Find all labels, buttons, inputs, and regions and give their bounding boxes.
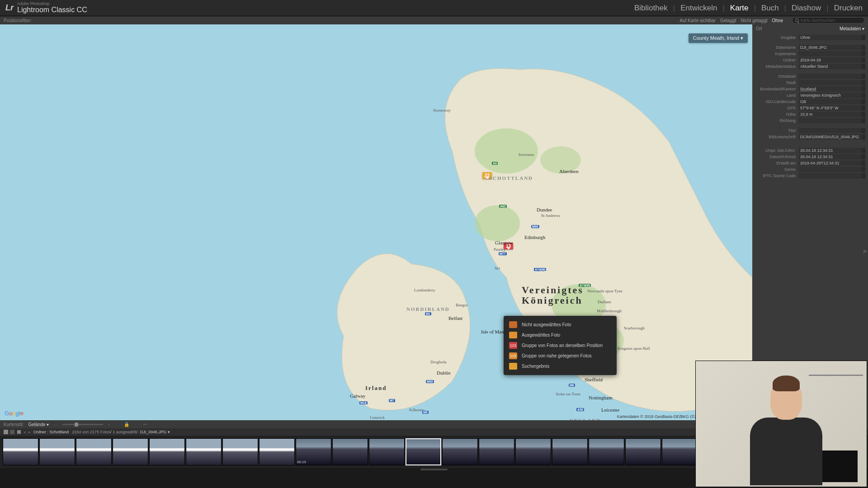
map-city: Scarborough bbox=[624, 326, 645, 330]
meta-label: Genre bbox=[755, 167, 798, 172]
legend-label: Nicht ausgewähltes Foto bbox=[522, 322, 571, 327]
meta-label: Bildunterschrift bbox=[755, 135, 798, 139]
thumbnail[interactable] bbox=[442, 438, 478, 465]
meta-state-field[interactable]: Scotland bbox=[798, 86, 865, 92]
filter-tagged[interactable]: Getaggt bbox=[720, 18, 736, 23]
map-legend-popup: Nicht ausgewähltes Foto Ausgewähltes Fot… bbox=[504, 316, 617, 375]
thumbnail[interactable] bbox=[332, 438, 368, 465]
map-city: Ayr bbox=[494, 266, 500, 270]
meta-created-field[interactable]: 2018-04-28T12:34:31 bbox=[798, 160, 865, 166]
meta-city-field[interactable] bbox=[798, 80, 865, 85]
meta-preset-field[interactable]: Ohne bbox=[798, 35, 865, 40]
meta-iso-field[interactable]: GB bbox=[798, 99, 865, 104]
panel-tab-metadata[interactable]: Metadaten ▾ bbox=[840, 26, 864, 31]
thumbnail[interactable] bbox=[369, 438, 405, 465]
meta-status-field[interactable]: Aktueller Stand bbox=[798, 64, 865, 69]
filter-visible-on-map[interactable]: Auf Karte sichtbar bbox=[680, 18, 716, 23]
map-city: Sheffield bbox=[585, 377, 603, 382]
meta-caption-field[interactable]: DCIM/100MEDIA/DJI_0046.JPG bbox=[798, 134, 865, 140]
app-superscript: Adobe Photoshop bbox=[17, 2, 87, 6]
thumbnail[interactable] bbox=[552, 438, 588, 465]
map-region-label: ENGLAND bbox=[570, 418, 601, 420]
map-search-input[interactable]: Karte durchsuchen bbox=[792, 17, 864, 23]
meta-label: Höhe bbox=[755, 112, 798, 117]
meta-label: IPTC Scene Code bbox=[755, 174, 798, 178]
meta-label: Titel bbox=[755, 128, 798, 133]
module-develop[interactable]: Entwickeln bbox=[680, 4, 717, 13]
thumbnail[interactable] bbox=[662, 438, 698, 465]
meta-title-field[interactable] bbox=[798, 128, 865, 133]
secondary-monitor-icon[interactable] bbox=[10, 430, 14, 434]
filter-untagged[interactable]: Nicht getaggt bbox=[741, 18, 768, 23]
legend-label: Gruppe von nahe gelegenen Fotos bbox=[522, 353, 592, 358]
map-city: St Andrews bbox=[541, 213, 560, 218]
tracklog-icon[interactable]: 〰 bbox=[143, 422, 147, 427]
thumbnail[interactable] bbox=[259, 438, 295, 465]
map-city: Limerick bbox=[370, 415, 385, 420]
thumbnail[interactable] bbox=[479, 438, 514, 465]
meta-sublocation-field[interactable] bbox=[798, 74, 865, 79]
tracklog-lock-icon[interactable]: 🔒 bbox=[124, 422, 129, 427]
map-city: Dundee bbox=[537, 207, 552, 212]
meta-genre-field[interactable] bbox=[798, 167, 865, 172]
meta-country-field[interactable]: Vereinigtes Königreich bbox=[798, 93, 865, 98]
thumbnail[interactable] bbox=[186, 438, 222, 465]
thumbnail[interactable] bbox=[113, 438, 148, 465]
thumbnail-video[interactable]: 00:19 bbox=[296, 438, 331, 465]
meta-filename-field[interactable]: DJI_0046.JPG bbox=[798, 45, 865, 50]
meta-label: Vorgabe bbox=[755, 35, 798, 40]
meta-folder-field[interactable]: 2018-04-28 bbox=[798, 57, 865, 63]
meta-direction-field[interactable] bbox=[798, 118, 865, 123]
meta-altitude-field[interactable]: 15,9 m bbox=[798, 112, 865, 117]
thumbnail[interactable] bbox=[149, 438, 185, 465]
map-city: Belfast bbox=[448, 315, 462, 321]
module-print[interactable]: Drucken bbox=[834, 4, 863, 13]
right-panel-collapse-arrow[interactable]: ▸ bbox=[863, 244, 868, 258]
grid-view-icon[interactable] bbox=[17, 430, 21, 434]
module-book[interactable]: Buch bbox=[761, 4, 779, 13]
filmstrip-path[interactable]: Ordner : Schottland 2154 von 2175 Fotos/… bbox=[33, 430, 170, 434]
primary-monitor-icon[interactable] bbox=[4, 430, 8, 434]
thumbnail[interactable] bbox=[39, 438, 75, 465]
meta-gps-field[interactable]: 57°6'46" N 4°59'3" W bbox=[798, 105, 865, 111]
map-city: Aberdeen bbox=[559, 169, 579, 174]
module-slideshow[interactable]: Diashow bbox=[792, 4, 821, 13]
thumbnail[interactable] bbox=[589, 438, 624, 465]
map-city: Middlesbrough bbox=[597, 309, 622, 313]
svg-point-1 bbox=[475, 128, 538, 174]
meta-origdate-field[interactable]: 28.04.18 12:34:31 bbox=[798, 148, 865, 153]
filter-none[interactable]: Ohne bbox=[772, 18, 783, 23]
thumbnail[interactable] bbox=[76, 438, 112, 465]
zoom-thumb[interactable] bbox=[75, 422, 78, 427]
svg-point-2 bbox=[475, 205, 520, 241]
map-style-dropdown[interactable]: Gelände ▾ bbox=[28, 422, 49, 427]
map-location-badge[interactable]: County Meath, Irland ▾ bbox=[689, 33, 748, 43]
module-library[interactable]: Bibliothek bbox=[634, 4, 668, 13]
meta-datetime-field[interactable]: 28.04.18 12:34:31 bbox=[798, 154, 865, 160]
app-titlebar: Lr Adobe Photoshop Lightroom Classic CC … bbox=[0, 0, 868, 16]
meta-copyname-field[interactable] bbox=[798, 51, 865, 56]
scroll-grip[interactable] bbox=[420, 469, 448, 470]
map-city: Bangor bbox=[456, 303, 468, 307]
google-logo: Google bbox=[5, 410, 24, 417]
panel-tab-location[interactable]: Ort bbox=[756, 26, 762, 31]
meta-scene-field[interactable] bbox=[798, 173, 865, 178]
module-map[interactable]: Karte bbox=[730, 4, 749, 13]
app-title: Lightroom Classic CC bbox=[17, 6, 87, 14]
thumbnail[interactable] bbox=[3, 438, 38, 465]
nav-forward-icon[interactable]: ▸ bbox=[28, 430, 31, 434]
nav-back-icon[interactable]: ◂ bbox=[24, 430, 26, 434]
position-filter-label: Positionsfilter: bbox=[4, 18, 32, 23]
map-city: Galway bbox=[350, 393, 365, 399]
legend-swatch-group-near-icon: 123 bbox=[509, 352, 517, 359]
map-city: Stornoway bbox=[433, 108, 451, 113]
thumbnail[interactable] bbox=[625, 438, 661, 465]
thumbnail[interactable] bbox=[222, 438, 258, 465]
meta-label: ISO-Ländercode bbox=[755, 99, 798, 104]
map-zoom-slider[interactable] bbox=[62, 424, 103, 425]
webcam-overlay bbox=[695, 361, 867, 487]
thumbnail[interactable] bbox=[515, 438, 551, 465]
meta-label: Ortsdetail bbox=[755, 74, 798, 79]
map-canvas[interactable]: County Meath, Irland ▾ 22 13 Vereinigtes… bbox=[0, 24, 752, 420]
thumbnail-selected[interactable] bbox=[406, 438, 441, 465]
